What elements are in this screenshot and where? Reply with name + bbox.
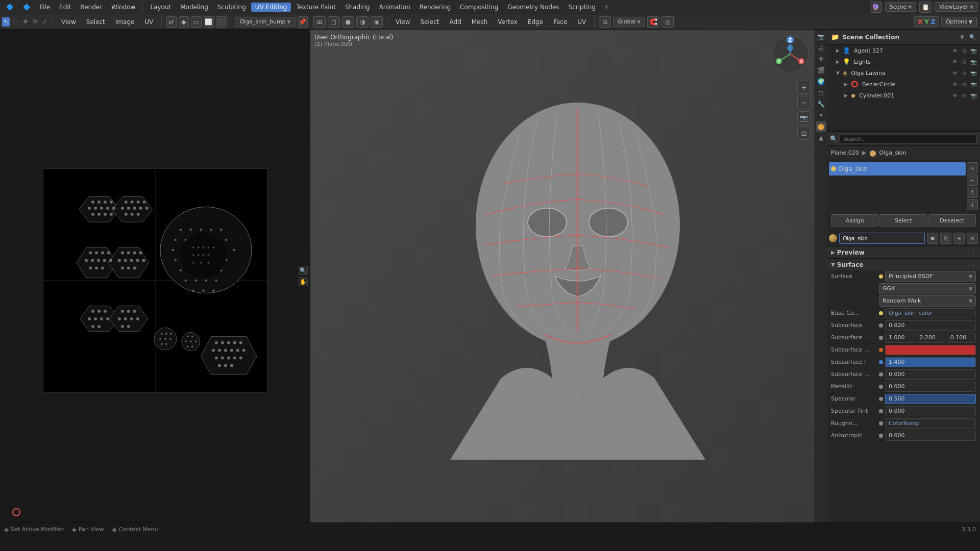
bezier-render-icon[interactable]: 📷 [970,81,977,88]
vp-proportional-btn[interactable]: ◎ [662,16,674,28]
menu-render[interactable]: Edit [55,3,75,12]
3d-viewport[interactable]: User Orthographic (Local) (2) Plane.020 … [310,30,815,522]
anisotropic-field[interactable]: 0.000 [885,431,976,441]
vp-zoom-in[interactable]: + [797,81,811,94]
material-new-btn[interactable]: + [953,233,965,244]
deselect-btn[interactable]: Deselect [928,214,976,227]
prop-icon-scene[interactable]: 🎬 [816,65,826,76]
uv-scale-tool[interactable]: ⤢ [41,17,48,27]
uv-edge-select[interactable]: ▭ [191,16,201,28]
material-browse-btn[interactable]: ≡ [927,233,938,244]
outliner-bezier[interactable]: ▶ ⭕ BezierCircle 👁 ⊙ 📷 [827,79,980,90]
uv-zoom-tool[interactable]: 🔍 [299,266,308,275]
uv-rotate-tool[interactable]: ↻ [31,17,39,27]
bezier-hide-icon[interactable]: ⊙ [961,81,968,88]
subsurface-aniso-field[interactable]: 0.000 [885,369,976,380]
material-copy-btn[interactable]: ⎘ [940,233,951,244]
outliner-search-btn[interactable]: 🔍 [969,34,976,41]
vp-transform-space[interactable]: Global ▼ [613,17,645,27]
tab-sculpting[interactable]: Sculpting [213,3,250,12]
uv-texture-selector[interactable]: Olga_skin_bump ▼ [235,17,295,27]
outliner-cylinder[interactable]: ▶ ◆ Cylinder.001 👁 ⊙ 📷 [827,90,980,101]
options-btn[interactable]: Options ▼ [941,17,977,27]
nav-gizmo[interactable]: Z X Y [770,34,811,74]
uv-face-select[interactable]: ⬜ [204,16,214,28]
material-delete-btn[interactable]: ✕ [967,233,978,244]
vp-shading-solid[interactable]: ● [342,16,354,28]
menu-help[interactable]: Window [107,3,139,12]
prop-icon-object[interactable]: ◻ [816,88,826,98]
vp-face-menu[interactable]: Face [549,17,571,27]
distribution-dropdown[interactable]: GGX ▼ [879,283,976,294]
add-workspace-btn[interactable]: + [601,3,612,12]
base-color-field[interactable]: Olga_skin_color [885,308,976,318]
agent-vis-icon[interactable]: 👁 [951,47,959,54]
vp-zoom-out[interactable]: − [797,96,811,109]
agent-hide-viewport-icon[interactable]: ⊙ [961,47,968,54]
add-material-slot-btn[interactable]: + [967,162,978,173]
prop-icon-view[interactable]: 👁 [816,54,826,64]
vp-edge-menu[interactable]: Edge [524,17,547,27]
uv-uv-menu[interactable]: UV [140,17,157,27]
vp-view-menu[interactable]: View [391,17,414,27]
outliner-filter-btn[interactable]: ▼ [959,34,966,41]
olga-vis-icon[interactable]: 👁 [951,69,959,77]
prop-icon-data[interactable]: ▲ [816,133,826,143]
olga-render-icon[interactable]: 📷 [970,69,977,77]
uv-move-tool[interactable]: ✥ [21,17,29,27]
uv-island-select[interactable]: ⬛ [216,16,226,28]
vp-cam-btn[interactable]: 📷 [797,111,811,124]
outliner-agent327[interactable]: ▶ 👤 Agent 327 👁 ⊙ 📷 [827,45,980,56]
view-layer-selector[interactable]: ViewLayer ▼ [935,2,978,12]
scene-icon[interactable]: 🔮 [870,2,882,13]
vp-snap-btn[interactable]: 🧲 [647,16,659,28]
vp-shading-wire[interactable]: ◻ [328,16,340,28]
material-arrows-btn[interactable]: ↑ [967,187,978,198]
prop-icon-material[interactable]: ⬤ [816,121,826,132]
lights-vis-icon[interactable]: 👁 [951,58,959,65]
vp-vertex-menu[interactable]: Vertex [494,17,522,27]
olga-hide-icon[interactable]: ⊙ [961,69,968,77]
blender-logo[interactable]: 🔷 [2,3,18,12]
uv-viewport[interactable]: 🔍 ✋ [0,30,310,522]
material-name-field[interactable] [839,233,925,244]
axis-constraint-row[interactable]: X Y Z [914,16,939,27]
uv-vert-select[interactable]: ◆ [179,16,189,28]
material-slot-olga[interactable]: Olga_skin [829,162,966,176]
vp-shading-material[interactable]: ◑ [356,16,369,28]
material-search-input[interactable] [840,134,977,143]
vp-mode-icon[interactable]: ⊞ [313,16,326,28]
uv-cursor-tool[interactable]: ↖ [2,17,10,27]
uv-pin-btn[interactable]: 📌 [298,16,308,28]
lights-render-icon[interactable]: 📷 [970,58,977,65]
prop-icon-render[interactable]: 📷 [816,32,826,42]
uv-hand-tool[interactable]: ✋ [299,277,308,286]
prop-icon-particles[interactable]: ✦ [816,110,826,120]
subsurface-field[interactable]: 0.020 [885,320,976,331]
vp-mesh-menu[interactable]: Mesh [468,17,492,27]
tab-shading[interactable]: Shading [341,3,374,12]
tab-uv-editing[interactable]: UV Editing [251,3,291,12]
prop-icon-world[interactable]: 🌍 [816,77,826,87]
tab-modeling[interactable]: Modeling [176,3,212,12]
assign-btn[interactable]: Assign [831,214,878,227]
specular-tint-field[interactable]: 0.000 [885,406,976,416]
multiscatter-dropdown[interactable]: Random Walk ▼ [879,295,976,307]
tab-scripting[interactable]: Scripting [565,3,600,12]
view-layer-icon[interactable]: 📋 [919,2,932,13]
tab-rendering[interactable]: Rendering [415,3,455,12]
vp-shading-render[interactable]: ◉ [371,16,383,28]
vp-xray-btn[interactable]: ⧉ [599,16,611,28]
surface-section-header[interactable]: ▼ Surface ⋮⋮ [827,258,980,270]
prop-icon-modifier[interactable]: 🔧 [816,99,826,109]
uv-select-menu[interactable]: Select [82,17,109,27]
cylinder-hide-icon[interactable]: ⊙ [961,92,968,99]
cylinder-vis-icon[interactable]: 👁 [951,92,959,99]
uv-view-menu[interactable]: View [57,17,80,27]
select-btn[interactable]: Select [879,214,927,227]
subsurface-ior-field[interactable]: 1.400 [885,357,976,367]
menu-window[interactable]: Render [76,3,106,12]
outliner-lights[interactable]: ▶ 💡 Lights 👁 ⊙ 📷 [827,56,980,67]
outliner-olga-lawina[interactable]: ▼ ◈ Olga Lawina 👁 ⊙ 📷 [827,67,980,79]
tab-geometry-nodes[interactable]: Geometry Nodes [503,3,563,12]
